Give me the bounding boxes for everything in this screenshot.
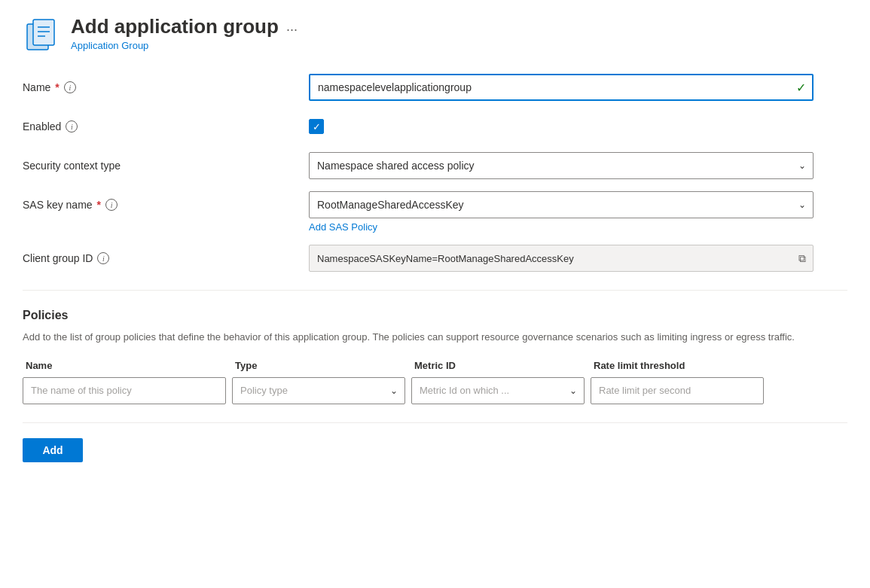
header-more-options[interactable]: ... <box>286 19 298 35</box>
policy-type-select[interactable]: Policy type ThrottlingPolicy <box>232 377 405 404</box>
svg-rect-1 <box>33 20 54 45</box>
policies-title: Policies <box>23 309 847 322</box>
name-label: Name * i <box>23 81 309 93</box>
sas-key-required-indicator: * <box>97 199 101 211</box>
column-header-rate-limit: Rate limit threshold <box>591 360 764 371</box>
security-context-row: Security context type Namespace shared a… <box>23 152 847 179</box>
policy-type-cell: Policy type ThrottlingPolicy ⌄ <box>232 377 405 404</box>
copy-icon[interactable]: ⧉ <box>798 252 806 265</box>
security-context-select[interactable]: Namespace shared access policy <box>309 152 814 179</box>
policy-metric-select[interactable]: Metric Id on which ... IncomingMessages … <box>411 377 585 404</box>
client-group-label: Client group ID i <box>23 252 309 264</box>
policies-table-row: Policy type ThrottlingPolicy ⌄ Metric Id… <box>23 377 847 404</box>
client-group-input-wrapper: ⧉ <box>309 245 814 272</box>
header-text-group: Add application group ... Application Gr… <box>71 15 298 51</box>
column-header-name: Name <box>23 360 226 371</box>
sas-key-label: SAS key name * i <box>23 199 309 211</box>
footer-actions: Add <box>23 438 847 462</box>
enabled-checkbox[interactable]: ✓ <box>309 119 814 134</box>
footer-divider <box>23 422 847 423</box>
name-input[interactable] <box>309 74 814 101</box>
client-group-info-icon[interactable]: i <box>97 252 109 264</box>
name-row: Name * i ✓ <box>23 74 847 101</box>
sas-key-control: RootManageSharedAccessKey ⌄ <box>309 191 814 218</box>
page-header: Add application group ... Application Gr… <box>23 15 847 53</box>
enabled-checkbox-box[interactable]: ✓ <box>309 119 324 134</box>
add-button[interactable]: Add <box>23 438 83 462</box>
sas-key-select[interactable]: RootManageSharedAccessKey <box>309 191 814 218</box>
policies-description: Add to the list of group policies that d… <box>23 330 847 345</box>
page-subtitle: Application Group <box>71 40 298 51</box>
policy-type-select-wrapper: Policy type ThrottlingPolicy ⌄ <box>232 377 405 404</box>
page-icon <box>23 17 59 53</box>
form-section: Name * i ✓ Enabled i ✓ <box>23 74 847 272</box>
sas-key-row: SAS key name * i RootManageSharedAccessK… <box>23 191 847 233</box>
security-context-select-wrapper: Namespace shared access policy ⌄ <box>309 152 814 179</box>
column-header-metric-id: Metric ID <box>411 360 585 371</box>
sas-key-info-icon[interactable]: i <box>105 199 118 211</box>
name-valid-icon: ✓ <box>796 81 806 95</box>
security-context-label: Security context type <box>23 160 309 172</box>
client-group-input <box>309 245 814 272</box>
enabled-info-icon[interactable]: i <box>66 120 78 133</box>
policy-metric-select-wrapper: Metric Id on which ... IncomingMessages … <box>411 377 585 404</box>
name-field-wrapper: ✓ <box>309 74 814 101</box>
enabled-checkmark: ✓ <box>313 122 321 132</box>
name-input-wrapper: ✓ <box>309 74 814 101</box>
add-sas-policy-link[interactable]: Add SAS Policy <box>309 221 377 233</box>
sas-key-select-wrapper: RootManageSharedAccessKey ⌄ <box>309 191 814 218</box>
client-group-row: Client group ID i ⧉ <box>23 245 847 272</box>
enabled-label: Enabled i <box>23 120 309 133</box>
policy-metric-cell: Metric Id on which ... IncomingMessages … <box>411 377 585 404</box>
page-title: Add application group <box>71 15 279 38</box>
policy-rate-cell <box>591 377 764 404</box>
policy-name-cell <box>23 377 226 404</box>
form-divider <box>23 290 847 291</box>
policies-section: Policies Add to the list of group polici… <box>23 309 847 404</box>
security-context-wrapper: Namespace shared access policy ⌄ <box>309 152 814 179</box>
enabled-row: Enabled i ✓ <box>23 113 847 140</box>
enabled-checkbox-wrapper[interactable]: ✓ <box>309 119 814 134</box>
client-group-control: ⧉ <box>309 245 814 272</box>
column-header-type: Type <box>232 360 405 371</box>
name-required-indicator: * <box>55 81 59 93</box>
name-info-icon[interactable]: i <box>64 81 76 93</box>
policy-rate-input[interactable] <box>591 377 764 404</box>
policy-name-input[interactable] <box>23 377 226 404</box>
policies-table-header: Name Type Metric ID Rate limit threshold <box>23 360 847 371</box>
sas-key-inner: SAS key name * i RootManageSharedAccessK… <box>23 191 847 218</box>
